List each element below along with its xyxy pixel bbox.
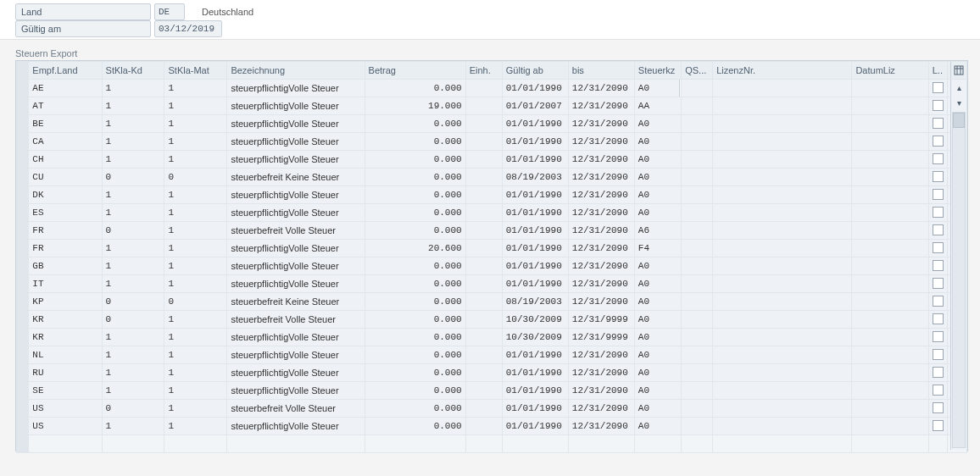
table-row[interactable]: BE11steuerpflichtigVolle Steuer0.00001/0… <box>17 115 967 133</box>
cell-gueltig-ab[interactable] <box>502 435 568 453</box>
cell-qs[interactable] <box>682 169 713 186</box>
cell-bis[interactable]: 12/31/2090 <box>568 418 634 435</box>
cell-betrag[interactable]: 0.000 <box>365 115 465 133</box>
cell-gueltig-ab[interactable]: 01/01/1990 <box>502 240 568 257</box>
cell-lizenznr[interactable] <box>713 240 852 257</box>
cell-stkla-mat[interactable]: 1 <box>164 80 227 97</box>
cell-einh[interactable] <box>465 204 502 222</box>
cell-lizenznr[interactable] <box>713 151 852 169</box>
cell-betrag[interactable]: 0.000 <box>365 311 465 329</box>
cell-qs[interactable] <box>682 133 713 151</box>
cell-bis[interactable]: 12/31/2090 <box>568 400 634 418</box>
cell-steuerkz[interactable]: A0 <box>634 382 681 400</box>
cell-gueltig-ab[interactable]: 08/19/2003 <box>502 293 568 311</box>
table-row-empty[interactable] <box>17 435 967 453</box>
cell-bis[interactable]: 12/31/2090 <box>568 169 634 186</box>
table-row[interactable]: KR01steuerbefreit Volle Steuer0.00010/30… <box>17 311 967 329</box>
table-row[interactable]: SE11steuerpflichtigVolle Steuer0.00001/0… <box>17 382 967 400</box>
cell-bis[interactable]: 12/31/2090 <box>568 80 634 97</box>
cell-einh[interactable] <box>465 400 502 418</box>
cell-bezeichnung[interactable]: steuerpflichtigVolle Steuer <box>227 115 365 133</box>
table-row[interactable]: AE11steuerpflichtigVolle Steuer0.00001/0… <box>17 80 967 97</box>
cell-gueltig-ab[interactable]: 01/01/1990 <box>502 275 568 293</box>
table-row[interactable]: DK11steuerpflichtigVolle Steuer0.00001/0… <box>17 186 967 204</box>
col-lizenznr[interactable]: LizenzNr. <box>713 62 852 80</box>
cell-l[interactable] <box>928 115 948 133</box>
cell-bis[interactable]: 12/31/2090 <box>568 240 634 257</box>
checkbox-icon[interactable] <box>933 153 944 164</box>
table-row[interactable]: AT11steuerpflichtigVolle Steuer19.00001/… <box>17 97 967 115</box>
cell-l[interactable] <box>928 186 948 204</box>
cell-steuerkz[interactable]: F4 <box>634 240 681 257</box>
table-row[interactable]: CH11steuerpflichtigVolle Steuer0.00001/0… <box>17 151 967 169</box>
cell-stkla-mat[interactable]: 1 <box>164 311 227 329</box>
cell-empf-land[interactable]: CH <box>29 151 102 169</box>
cell-bis[interactable]: 12/31/2090 <box>568 133 634 151</box>
cell-qs[interactable] <box>682 418 713 435</box>
checkbox-icon[interactable] <box>933 207 944 218</box>
cell-qs[interactable] <box>682 275 713 293</box>
table-row[interactable]: KP00steuerbefreit Keine Steuer0.00008/19… <box>17 293 967 311</box>
cell-gueltig-ab[interactable]: 10/30/2009 <box>502 311 568 329</box>
table-row[interactable]: IT11steuerpflichtigVolle Steuer0.00001/0… <box>17 275 967 293</box>
cell-l[interactable] <box>928 329 948 346</box>
cell-gueltig-ab[interactable]: 01/01/1990 <box>502 151 568 169</box>
cell-bezeichnung[interactable]: steuerpflichtigVolle Steuer <box>227 80 365 97</box>
cell-bis[interactable]: 12/31/2090 <box>568 186 634 204</box>
cell-datumliz[interactable] <box>852 435 928 453</box>
cell-bis[interactable] <box>568 435 634 453</box>
cell-steuerkz[interactable]: A0 <box>634 204 681 222</box>
cell-einh[interactable] <box>465 80 502 97</box>
cell-empf-land[interactable]: US <box>29 418 102 435</box>
vertical-scrollbar[interactable]: ▴ ▾ <box>950 80 966 450</box>
cell-steuerkz[interactable]: A0 <box>634 346 681 364</box>
cell-betrag[interactable]: 0.000 <box>365 329 465 346</box>
row-selector[interactable] <box>17 133 29 151</box>
cell-l[interactable] <box>928 169 948 186</box>
cell-qs[interactable] <box>682 293 713 311</box>
cell-bis[interactable]: 12/31/2090 <box>568 346 634 364</box>
cell-datumliz[interactable] <box>852 240 928 257</box>
cell-datumliz[interactable] <box>852 400 928 418</box>
cell-l[interactable] <box>928 364 948 382</box>
cell-datumliz[interactable] <box>852 418 928 435</box>
cell-qs[interactable] <box>682 186 713 204</box>
cell-einh[interactable] <box>465 311 502 329</box>
cell-stkla-kd[interactable]: 1 <box>102 240 164 257</box>
row-selector[interactable] <box>17 382 29 400</box>
cell-datumliz[interactable] <box>852 80 928 97</box>
cell-betrag[interactable]: 0.000 <box>365 169 465 186</box>
cell-steuerkz[interactable]: A0 <box>634 257 681 275</box>
table-row[interactable]: CU00steuerbefreit Keine Steuer0.00008/19… <box>17 169 967 186</box>
cell-empf-land[interactable]: IT <box>29 275 102 293</box>
checkbox-icon[interactable] <box>933 367 944 378</box>
cell-empf-land[interactable]: KR <box>29 311 102 329</box>
cell-stkla-mat[interactable]: 1 <box>164 382 227 400</box>
cell-bezeichnung[interactable]: steuerbefreit Keine Steuer <box>227 293 365 311</box>
cell-datumliz[interactable] <box>852 329 928 346</box>
cell-qs[interactable] <box>682 346 713 364</box>
table-row[interactable]: RU11steuerpflichtigVolle Steuer0.00001/0… <box>17 364 967 382</box>
cell-bezeichnung[interactable]: steuerpflichtigVolle Steuer <box>227 204 365 222</box>
cell-l[interactable] <box>928 418 948 435</box>
col-datumliz[interactable]: DatumLiz <box>852 62 928 80</box>
table-row[interactable]: KR11steuerpflichtigVolle Steuer0.00010/3… <box>17 329 967 346</box>
cell-lizenznr[interactable] <box>713 418 852 435</box>
row-selector[interactable] <box>17 257 29 275</box>
cell-betrag[interactable]: 0.000 <box>365 418 465 435</box>
cell-l[interactable] <box>928 222 948 240</box>
cell-empf-land[interactable]: DK <box>29 186 102 204</box>
cell-betrag[interactable]: 0.000 <box>365 257 465 275</box>
cell-stkla-mat[interactable]: 1 <box>164 204 227 222</box>
cell-datumliz[interactable] <box>852 97 928 115</box>
cell-steuerkz[interactable] <box>634 435 681 453</box>
cell-datumliz[interactable] <box>852 186 928 204</box>
cell-betrag[interactable]: 0.000 <box>365 293 465 311</box>
cell-l[interactable] <box>928 204 948 222</box>
checkbox-icon[interactable] <box>933 242 944 253</box>
cell-l[interactable] <box>928 275 948 293</box>
col-bezeichnung[interactable]: Bezeichnung <box>227 62 365 80</box>
cell-lizenznr[interactable] <box>713 293 852 311</box>
scroll-up-button[interactable]: ▴ <box>952 80 966 94</box>
cell-datumliz[interactable] <box>852 115 928 133</box>
